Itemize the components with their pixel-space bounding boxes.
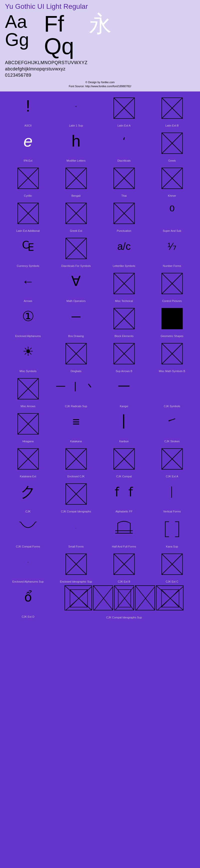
- grid-row-last: ổ CJK Ext D: [1, 585, 199, 620]
- grid-row-6: ← Arrows ∀ Math Operators Misc Technical…: [1, 269, 199, 304]
- cell-currency: ₠ Currency Symbols: [4, 234, 52, 269]
- control-pics-placeholder: [161, 273, 183, 294]
- number-forms-label: Number Forms: [148, 265, 196, 267]
- cell-geo-shapes: Geometric Shapes: [148, 304, 196, 339]
- katakana-label: Katakana: [52, 440, 100, 443]
- cyrillic-label: Cyrillic: [4, 194, 52, 197]
- latin-ext-a-placeholder: [114, 97, 135, 119]
- cell-diacriticals: ʻ Diacriticals: [100, 128, 148, 164]
- cell-misc-math-b: Misc Math Symbols B: [148, 339, 196, 374]
- modifier-symbol: h: [72, 128, 80, 164]
- cell-arrows: ← Arrows: [4, 269, 52, 304]
- cell-greek-ext: Greek Ext: [52, 199, 100, 234]
- math-ops-symbol: ∀: [71, 269, 81, 304]
- preview-aa-gg: AaGg: [5, 12, 29, 49]
- alphabet-lower: abcdefghijklmnopqrstuvwxyz: [5, 66, 195, 72]
- grid-row-14: · Enclosed Alphanums Sup Enclosed Ideogr…: [1, 550, 199, 585]
- cjk-ext-c-label: CJK Ext C: [148, 580, 196, 583]
- vertical-forms-label: Vertical Forms: [148, 510, 196, 513]
- katakana-symbol: ≡: [72, 409, 80, 444]
- small-forms-label: Small Forms: [52, 545, 100, 548]
- cell-cjk-symbols: CJK Symbols: [148, 374, 196, 409]
- number-forms-symbol: ¹⁄₇: [167, 234, 176, 269]
- cjk-ext-a-label: CJK Ext A: [148, 475, 196, 478]
- hiragana-label: Hiragana: [4, 440, 52, 443]
- source: Font Source: http://www.fontke.com/font/…: [5, 85, 195, 88]
- katakana-ext-label: Katakana Ext: [4, 475, 52, 478]
- cjk-compat-forms-label: CJK Compat Forms: [4, 545, 52, 548]
- modifier-label: Modifier Letters: [52, 159, 100, 162]
- cjk-radicals-label: CJK Radicals Sup: [52, 405, 100, 408]
- cjk-sup-box-3: [114, 585, 134, 611]
- currency-label: Currency Symbols: [4, 265, 52, 267]
- cell-diacrit-sym: Diacriticals For Symbols: [52, 234, 100, 269]
- cjk-compat-forms-symbol: [18, 515, 38, 550]
- cjk-sup-box-1-svg: [65, 586, 92, 611]
- dingbats-label: Dingbats: [52, 370, 100, 373]
- box-drawing-symbol: ─: [72, 304, 80, 339]
- cell-cjk-compat-forms: CJK Compat Forms: [4, 515, 52, 550]
- svg-line-63: [93, 586, 113, 611]
- cell-misc-tech: Misc Technical: [100, 269, 148, 304]
- latin-ext-a-label: Latin Ext A: [100, 124, 148, 127]
- box-drawing-label: Box Drawing: [52, 335, 100, 338]
- sup-arrows-b-placeholder: [114, 343, 135, 364]
- cjk-symbols-label: CJK Symbols: [148, 405, 196, 408]
- cell-cjk-compat-ideo: CJK Compat Ideographs: [52, 479, 100, 515]
- cell-enclosed-alpha-sup: · Enclosed Alphanums Sup: [4, 550, 52, 585]
- cell-modifier: h Modifier Letters: [52, 128, 100, 164]
- cell-vertical-forms: ︱ Vertical Forms: [148, 479, 196, 515]
- cjk-strokes-label: CJK Strokes: [148, 440, 196, 443]
- cjk-compat-ideo-label: CJK Compat Ideographs: [52, 510, 100, 513]
- kana-sup-symbol: [163, 521, 181, 538]
- svg-line-68: [135, 586, 155, 611]
- cjk-sup-box-5-svg: [157, 586, 184, 611]
- cjk-sup-box-1: [65, 585, 92, 611]
- cell-super-sub: ⁰ Super And Sub: [148, 199, 196, 234]
- cell-cjk-ext-a: CJK Ext A: [148, 444, 196, 479]
- cjk-compat-ideo-sup-label: CJK Compat Ideographs Sup: [52, 616, 196, 619]
- cell-katakana-ext: Katakana Ext: [4, 444, 52, 479]
- greek-placeholder: [161, 132, 183, 154]
- enclosed-cjk-label: Enclosed CJK: [52, 475, 100, 478]
- kana-sup-label: Kana Sup: [148, 545, 196, 548]
- misc-symbols-label: Misc Symbols: [4, 370, 52, 373]
- cjk-label: CJK: [4, 510, 52, 513]
- bengali-label: Bengali: [52, 194, 100, 197]
- cell-misc-arrows: Misc Arrows: [4, 374, 52, 409]
- punctuation-placeholder: [114, 203, 135, 224]
- cjk-ext-a-placeholder: [161, 448, 183, 470]
- control-pics-label: Control Pictures: [148, 300, 196, 303]
- cjk-compat-ideo-placeholder: [66, 483, 87, 505]
- cjk-symbols-symbol: [169, 374, 174, 409]
- cjk-ext-c-placeholder: [161, 554, 183, 575]
- enclosed-ideo-sup-placeholder: [66, 554, 87, 575]
- arrows-label: Arrows: [4, 300, 52, 303]
- alpha-ff-label: Alphabetic FF: [100, 510, 148, 513]
- latin1sup-symbol: ·: [75, 93, 77, 128]
- diacrit-sym-label: Diacriticals For Symbols: [52, 265, 100, 267]
- dingbats-placeholder: [66, 343, 87, 364]
- cjk-ext-d-symbol: ổ: [24, 585, 32, 620]
- half-full-symbol: [114, 515, 134, 550]
- grid-row-12: ク CJK CJK Compat Ideographs ｆｆ Alphabeti…: [1, 479, 199, 515]
- cell-sup-arrows-b: Sup Arrows B: [100, 339, 148, 374]
- kangxi-label: Kangxi: [100, 405, 148, 408]
- hiragana-placeholder: [17, 413, 39, 434]
- arrows-symbol: ←: [22, 269, 34, 304]
- cjk-ext-b-placeholder: [114, 554, 135, 575]
- block-elements-placeholder: [114, 308, 135, 329]
- misc-symbols-symbol: ☀: [23, 339, 34, 374]
- header: Yu Gothic UI Light Regular AaGg FfQq 永 A…: [0, 0, 200, 91]
- latin-ext-b-placeholder: [161, 97, 183, 119]
- enclosed-alpha-sup-symbol: ·: [27, 550, 29, 585]
- grid-row-1: ! ASCII · Latin 1 Sup Latin Ext A Latin …: [1, 93, 199, 128]
- cell-math-ops: ∀ Math Operators: [52, 269, 100, 304]
- math-ops-label: Math Operators: [52, 300, 100, 303]
- katakana-ext-placeholder: [17, 448, 39, 470]
- cell-khmer: Khmer: [148, 164, 196, 199]
- cell-cjk-strokes: ㇀ CJK Strokes: [148, 409, 196, 444]
- grid-row-10: Hiragana ≡ Katakana 丨 Kanbun ㇀ CJK Strok…: [1, 409, 199, 444]
- cell-latin-ext-b: Latin Ext B: [148, 93, 196, 128]
- cjk-sup-box-4-svg: [135, 586, 155, 611]
